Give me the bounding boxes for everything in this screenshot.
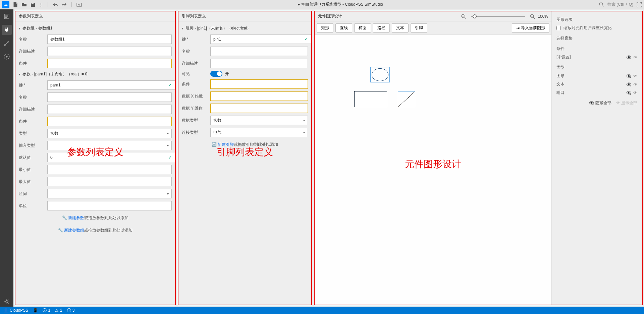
check-icon: ✓ — [168, 83, 172, 87]
eye-icon[interactable]: 👁 — [633, 74, 637, 78]
pin-item-header[interactable]: ▾引脚 - [pin1]（未命名）（electrical） — [182, 23, 308, 33]
status-info[interactable]: ⓘ1 — [43, 308, 50, 313]
more-icon[interactable]: ⋮ — [39, 2, 43, 7]
svg-point-1 — [78, 4, 80, 5]
rail-tools-icon[interactable] — [2, 38, 12, 48]
user-icon: 👤 — [3, 308, 8, 313]
param-max-input[interactable] — [47, 177, 172, 186]
param-min-input[interactable] — [47, 165, 172, 174]
pins-panel: 引脚列表定义 ▾引脚 - [pin1]（未命名）（electrical） 键 *… — [178, 11, 312, 305]
rail-gear-icon[interactable] — [2, 297, 12, 307]
param-cond-input[interactable] — [47, 117, 172, 126]
open-folder-icon[interactable] — [21, 2, 27, 7]
info-icon: ⓘ — [43, 308, 47, 313]
pin-datax-input[interactable] — [210, 91, 308, 101]
rail-plug-icon[interactable] — [2, 25, 12, 35]
tool-rect[interactable]: 矩形 — [317, 23, 333, 33]
rail-document-icon[interactable] — [2, 11, 12, 21]
shape-ellipse[interactable] — [372, 68, 388, 81]
eye-icon[interactable]: 👁 — [633, 90, 637, 95]
pins-title: 引脚列表定义 — [182, 13, 206, 19]
zoom-slider[interactable] — [471, 16, 525, 17]
status-warn[interactable]: ⚠2 — [55, 308, 62, 313]
status-user[interactable]: 👤CloudPSS — [3, 308, 28, 313]
param-group-header[interactable]: ▾参数组 - 参数组1 — [19, 23, 172, 33]
eye-off-icon[interactable]: 👁‍🗨 — [626, 55, 631, 60]
param-desc-input[interactable] — [47, 105, 172, 114]
graphic-title: 元件图形设计 — [318, 13, 342, 19]
eye-icon[interactable]: 👁 — [633, 55, 637, 60]
group-name-input[interactable] — [47, 35, 172, 44]
tool-pin[interactable]: 引脚 — [411, 23, 427, 33]
param-unit-input[interactable] — [47, 201, 172, 210]
svg-point-5 — [6, 301, 8, 303]
status-bar: 👤CloudPSS 📱 ⓘ1 ⚠2 ⓘ3 — [0, 307, 644, 314]
window-title: ● 空白普通电力系统模型 - CloudPSS SimStudio — [82, 2, 599, 7]
tool-line[interactable]: 直线 — [335, 23, 352, 33]
svg-point-2 — [599, 3, 603, 6]
group-cond-input[interactable] — [47, 59, 172, 68]
new-file-icon[interactable] — [13, 2, 18, 7]
pin-name-input[interactable] — [210, 47, 308, 56]
show-all-button[interactable]: 👁 显示全部 — [616, 100, 637, 106]
preview-icon[interactable] — [76, 2, 82, 7]
undo-icon[interactable] — [53, 2, 58, 7]
param-name-input[interactable] — [47, 92, 172, 102]
pin-ctype-select[interactable]: 电气▾ — [210, 128, 308, 137]
param-key-input[interactable] — [47, 80, 175, 90]
pin-visible-toggle[interactable] — [210, 71, 222, 77]
param-inputtype-select[interactable]: ▾ — [47, 141, 172, 150]
pin-key-input[interactable] — [210, 35, 311, 44]
eye-icon[interactable]: 👁 — [633, 82, 637, 87]
tool-ellipse[interactable]: 椭圆 — [354, 23, 371, 33]
group-desc-input[interactable] — [47, 47, 172, 56]
graphic-toolbar: 矩形 直线 椭圆 路径 文本 引脚 ⇥导入当前图形 — [315, 21, 551, 35]
param-default-input[interactable] — [47, 153, 175, 162]
eye-off-icon[interactable]: 👁‍🗨 — [626, 74, 631, 78]
tool-text[interactable]: 文本 — [392, 23, 409, 33]
redo-icon[interactable] — [61, 2, 67, 7]
param-type-select[interactable]: 实数▾ — [47, 129, 172, 138]
warning-icon: ⚠ — [55, 308, 59, 313]
search-icon[interactable] — [599, 2, 604, 7]
param-interval-select[interactable]: ▾ — [47, 189, 172, 198]
check-icon: ✓ — [168, 155, 172, 160]
new-param-link[interactable]: 新建参数 — [68, 215, 84, 220]
status-extra[interactable]: ⓘ3 — [67, 308, 75, 313]
graphic-overlay-label: 元件图形设计 — [405, 158, 461, 171]
pin-datay-input[interactable] — [210, 104, 308, 113]
zoom-in-icon[interactable] — [530, 14, 535, 19]
save-icon[interactable] — [30, 2, 36, 7]
app-logo-icon[interactable]: ☁ — [2, 1, 9, 8]
left-rail — [0, 9, 13, 307]
import-icon: ⇥ — [516, 26, 520, 30]
svg-rect-0 — [77, 3, 82, 6]
pin-dtype-select[interactable]: 实数▾ — [210, 116, 308, 125]
hide-all-button[interactable]: 👁‍🗨 隐藏全部 — [589, 100, 611, 106]
scale-allow-checkbox[interactable] — [556, 26, 561, 30]
info-icon: ⓘ — [67, 308, 71, 313]
new-group-row: 🔧 新建参数组或拖放参数组到此处以添加 — [19, 224, 172, 237]
graphic-panel: 元件图形设计 100% 矩形 直线 椭圆 路径 文本 — [314, 11, 643, 305]
tool-path[interactable]: 路径 — [373, 23, 390, 33]
import-graphic-button[interactable]: ⇥导入当前图形 — [512, 23, 549, 33]
params-panel: 参数列表定义 ▾参数组 - 参数组1 名称 详细描述 条件 ▾参数 - [par… — [15, 11, 176, 305]
graphic-canvas[interactable]: 元件图形设计 — [315, 35, 551, 305]
new-pin-link[interactable]: 新建引脚 — [218, 142, 234, 147]
param-item-header[interactable]: ▾参数 - [para1]（未命名）（real）= 0 — [19, 69, 172, 79]
fullscreen-icon[interactable] — [637, 2, 642, 7]
new-group-link[interactable]: 新建参数组 — [64, 228, 84, 233]
pin-cond-input[interactable] — [210, 79, 308, 89]
rail-play-icon[interactable] — [2, 52, 12, 62]
top-toolbar: ☁ ⋮ ● 空白普通电力系统模型 - CloudPSS SimStudio 搜索… — [0, 0, 644, 9]
status-device-icon[interactable]: 📱 — [33, 308, 38, 313]
shape-placeholder[interactable] — [398, 91, 415, 107]
shape-rect[interactable] — [354, 91, 387, 107]
zoom-out-icon[interactable] — [461, 14, 466, 19]
pin-desc-input[interactable] — [210, 59, 308, 68]
new-param-row: 🔧 新建参数或拖放参数到此处以添加 — [19, 212, 172, 224]
eye-off-icon[interactable]: 👁‍🗨 — [626, 90, 631, 95]
search-placeholder[interactable]: 搜索 (Ctrl + Q) — [607, 2, 633, 7]
eye-off-icon[interactable]: 👁‍🗨 — [626, 82, 631, 87]
params-title: 参数列表定义 — [19, 13, 43, 19]
